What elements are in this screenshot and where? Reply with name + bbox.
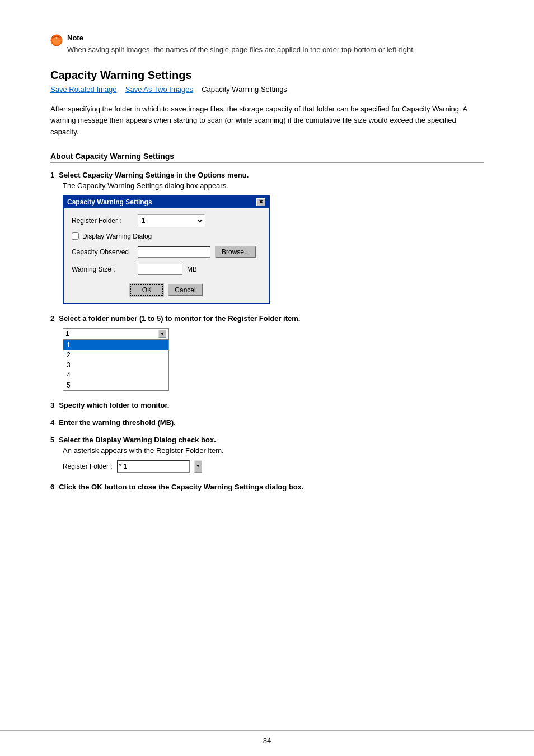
dialog-wrapper: Capacity Warning Settings ✕ Register Fol…	[63, 195, 484, 304]
step-2-desc: Select a folder number (1 to 5) to monit…	[59, 314, 300, 323]
step-3-number: 3	[50, 401, 54, 409]
dialog-box: Capacity Warning Settings ✕ Register Fol…	[63, 195, 270, 304]
step-5-number: 5	[50, 436, 54, 444]
dialog-warning-size-label: Warning Size :	[72, 265, 133, 273]
breadcrumb-link-1[interactable]: Save Rotated Image	[50, 85, 117, 94]
dialog-button-row: OK Cancel	[72, 281, 261, 296]
breadcrumb-sep-2	[195, 85, 199, 94]
step-4-header: 4 Enter the warning threshold (MB).	[50, 418, 484, 427]
dropdown-item-4[interactable]: 4	[63, 370, 168, 380]
step-6-desc: Click the OK button to close the Capacit…	[59, 483, 303, 491]
step-5-sub: An asterisk appears with the Register Fo…	[63, 446, 484, 455]
note-icon: i	[50, 34, 63, 46]
step-5-header: 5 Select the Display Warning Dialog chec…	[50, 436, 484, 444]
dropdown-item-3[interactable]: 3	[63, 360, 168, 370]
step-1-sub: The Capacity Warning Settings dialog box…	[63, 181, 484, 190]
dropdown-item-2[interactable]: 2	[63, 350, 168, 360]
step-6-header: 6 Click the OK button to close the Capac…	[50, 483, 484, 491]
step-1-header: 1 Select Capacity Warning Settings in th…	[50, 171, 484, 179]
dialog-capacity-observed-label: Capacity Observed	[72, 248, 133, 256]
dialog-cancel-button[interactable]: Cancel	[168, 284, 202, 296]
dropdown-item-1[interactable]: 1	[63, 340, 168, 350]
breadcrumb-sep-1	[119, 85, 123, 94]
breadcrumb: Save Rotated Image Save As Two Images Ca…	[50, 85, 484, 94]
reg-folder-arrow-icon[interactable]: ▼	[194, 460, 202, 473]
reg-folder-label: Register Folder :	[63, 463, 113, 470]
note-box: i Note When saving split images, the nam…	[50, 34, 484, 55]
dialog-capacity-observed-input[interactable]	[138, 246, 210, 258]
body-text: After specifying the folder in which to …	[50, 104, 484, 138]
page-number: 34	[263, 736, 271, 745]
dropdown-container: 1 ▼ 1 2 3 4 5	[63, 328, 169, 391]
reg-folder-wrapper: Register Folder : ▼	[63, 460, 484, 473]
breadcrumb-link-2[interactable]: Save As Two Images	[125, 85, 193, 94]
breadcrumb-current: Capacity Warning Settings	[202, 85, 287, 94]
dialog-browse-button[interactable]: Browse...	[215, 246, 256, 258]
page: i Note When saving split images, the nam…	[0, 0, 534, 756]
dropdown-arrow-icon[interactable]: ▼	[158, 330, 166, 338]
dialog-title: Capacity Warning Settings	[67, 198, 152, 206]
step-2-header: 2 Select a folder number (1 to 5) to mon…	[50, 314, 484, 323]
section-title: Capacity Warning Settings	[50, 69, 484, 82]
dialog-titlebar: Capacity Warning Settings ✕	[64, 197, 269, 208]
dialog-register-folder-row: Register Folder : 1 2 3 4 5	[72, 214, 261, 227]
dialog-body: Register Folder : 1 2 3 4 5	[64, 208, 269, 303]
subsection-title: About Capacity Warning Settings	[50, 152, 484, 163]
step-2-number: 2	[50, 314, 54, 323]
dialog-display-warning-label: Display Warning Dialog	[82, 232, 152, 240]
step-list: 1 Select Capacity Warning Settings in th…	[50, 171, 484, 491]
step-4-desc: Enter the warning threshold (MB).	[59, 418, 176, 427]
dialog-close-button[interactable]: ✕	[256, 198, 265, 206]
dropdown-header-text: 1	[65, 330, 158, 338]
dropdown-header[interactable]: 1 ▼	[63, 329, 168, 340]
dialog-display-warning-row: Display Warning Dialog	[72, 232, 261, 240]
dialog-display-warning-checkbox[interactable]	[72, 232, 79, 240]
step-4-number: 4	[50, 418, 54, 427]
dialog-capacity-observed-row: Capacity Observed Browse...	[72, 246, 261, 258]
step-item-3: 3 Specify which folder to monitor.	[50, 401, 484, 409]
dropdown-wrapper: 1 ▼ 1 2 3 4 5	[63, 328, 484, 391]
step-1-number: 1	[50, 171, 54, 179]
page-footer: 34	[0, 730, 534, 745]
dropdown-item-5[interactable]: 5	[63, 380, 168, 390]
note-title: Note	[67, 34, 415, 42]
dialog-ok-button[interactable]: OK	[130, 284, 163, 296]
step-6-number: 6	[50, 483, 54, 491]
step-3-desc: Specify which folder to monitor.	[59, 401, 169, 409]
step-item-5: 5 Select the Display Warning Dialog chec…	[50, 436, 484, 473]
note-text: When saving split images, the names of t…	[67, 44, 415, 55]
step-item-2: 2 Select a folder number (1 to 5) to mon…	[50, 314, 484, 391]
step-item-4: 4 Enter the warning threshold (MB).	[50, 418, 484, 427]
step-5-desc: Select the Display Warning Dialog check …	[59, 436, 216, 444]
step-1-desc: Select Capacity Warning Settings in the …	[59, 171, 249, 179]
dialog-warning-size-input[interactable]	[138, 264, 182, 275]
step-item-1: 1 Select Capacity Warning Settings in th…	[50, 171, 484, 304]
dialog-register-folder-label: Register Folder :	[72, 217, 133, 225]
note-content: Note When saving split images, the names…	[67, 34, 415, 55]
dialog-warning-size-row: Warning Size : MB	[72, 264, 261, 275]
reg-folder-input[interactable]	[117, 460, 190, 473]
step-3-header: 3 Specify which folder to monitor.	[50, 401, 484, 409]
dialog-register-folder-select[interactable]: 1 2 3 4 5	[138, 214, 205, 227]
dialog-mb-label: MB	[187, 265, 197, 273]
step-item-6: 6 Click the OK button to close the Capac…	[50, 483, 484, 491]
